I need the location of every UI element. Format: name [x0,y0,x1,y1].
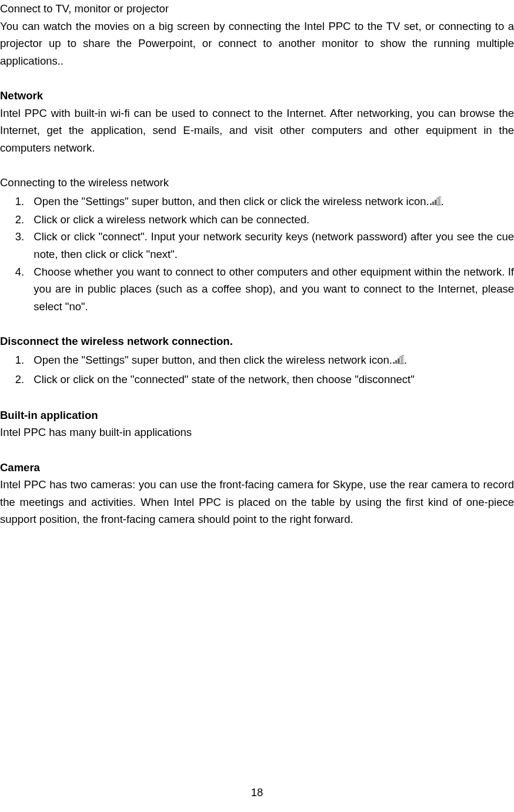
spacer [0,69,514,87]
list-item: Choose whether you want to connect to ot… [27,263,514,316]
spacer [0,441,514,459]
svg-rect-5 [393,362,395,364]
spacer [0,389,514,407]
disconnect-heading: Disconnect the wireless network connecti… [0,333,514,350]
network-heading: Network [0,87,514,105]
svg-rect-1 [432,202,434,205]
svg-rect-8 [400,357,402,364]
list-item-text: Click or click "connect". Input your net… [34,230,514,260]
network-body: Intel PPC with built-in wi-fi can be use… [0,107,514,154]
page-number: 18 [0,784,514,801]
camera-heading: Camera [0,459,514,477]
connecting-list: Open the "Settings" super button, and th… [0,192,514,316]
svg-rect-7 [398,358,399,364]
builtin-body: Intel PPC has many built-in applications [0,426,192,438]
list-item-text: Open the "Settings" super button, and th… [34,354,392,366]
list-item: Open the "Settings" super button, and th… [27,192,514,211]
spacer [0,315,514,333]
list-item: Click or click "connect". Input your net… [27,228,514,263]
disconnect-list: Open the "Settings" super button, and th… [0,350,514,390]
camera-body: Intel PPC has two cameras: you can use t… [0,478,514,525]
list-item: Click or click on the "connected" state … [27,370,514,389]
svg-rect-6 [395,360,397,364]
list-item: Click or click a wireless network which … [27,211,514,229]
document-page: Connect to TV, monitor or projector You … [0,0,514,528]
spacer [0,156,514,174]
connect-tv-body: You can watch the movies on a big screen… [0,20,514,67]
connect-tv-heading: Connect to TV, monitor or projector [0,0,514,18]
list-item-text-tail: . [441,195,444,207]
builtin-heading: Built-in application [0,407,514,424]
list-item-text: Click or click a wireless network which … [34,213,309,226]
list-item-text: Open the "Settings" super button, and th… [34,195,429,207]
connecting-heading: Connecting to the wireless network [0,174,514,192]
wifi-icon [392,355,404,365]
list-item-text: Choose whether you want to connect to ot… [34,266,514,313]
list-item-text: Click or click on the "connected" state … [34,373,414,385]
svg-rect-2 [435,200,436,205]
list-item-text-tail: . [404,354,407,366]
svg-rect-0 [430,203,432,205]
wifi-icon [429,196,441,206]
svg-rect-3 [437,198,439,205]
list-item: Open the "Settings" super button, and th… [27,350,514,370]
